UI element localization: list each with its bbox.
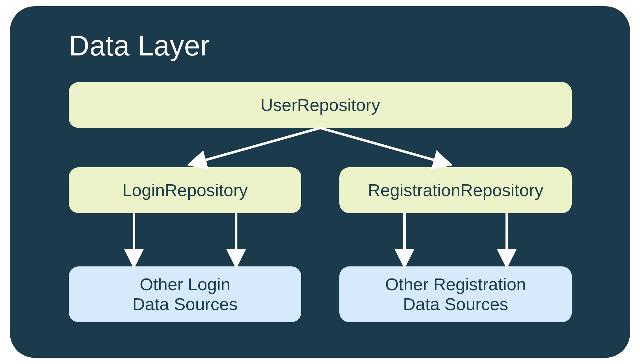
node-label: LoginRepository [122,180,248,200]
data-layer-panel: Data Layer UserRepository LoginRepositor… [10,6,630,358]
panel-title: Data Layer [69,29,210,62]
node-label: Other LoginData Sources [132,274,237,314]
node-user-repository: UserRepository [69,82,572,128]
node-label: Other RegistrationData Sources [385,274,526,314]
node-registration-repository: RegistrationRepository [339,167,572,213]
node-login-repository: LoginRepository [69,167,301,213]
arrow-user-to-login [193,128,320,164]
node-label: UserRepository [261,95,380,115]
node-login-data-sources: Other LoginData Sources [69,266,301,322]
node-label: RegistrationRepository [368,180,543,200]
diagram-stage: Data Layer UserRepository LoginRepositor… [0,0,640,364]
node-registration-data-sources: Other RegistrationData Sources [339,266,572,322]
arrow-user-to-registration [320,128,447,164]
